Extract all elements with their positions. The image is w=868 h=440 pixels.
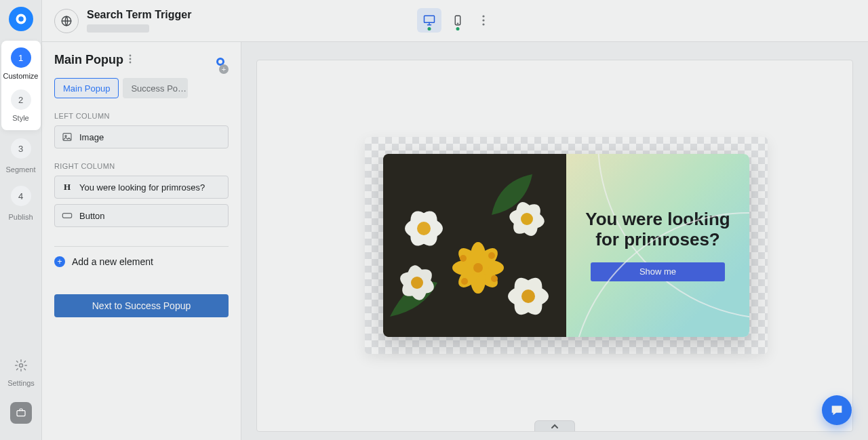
topbar-more-button[interactable]	[474, 8, 493, 33]
chat-icon	[829, 403, 844, 418]
button-icon	[62, 212, 73, 220]
element-row-button[interactable]: Button	[54, 204, 229, 227]
element-row-image[interactable]: Image	[54, 125, 229, 148]
svg-point-45	[461, 278, 468, 285]
svg-point-41	[473, 263, 483, 273]
tab-success-popup[interactable]: Success Po…	[123, 78, 188, 98]
step-1-button[interactable]: 1	[11, 47, 31, 68]
svg-point-4	[482, 19, 484, 21]
settings-label: Settings	[7, 379, 35, 387]
more-vertical-icon	[129, 54, 132, 64]
svg-rect-15	[62, 214, 71, 218]
settings-nav[interactable]: Settings	[0, 359, 42, 387]
domain-globe-button[interactable]	[54, 9, 79, 33]
workspace-button[interactable]	[10, 402, 32, 424]
svg-point-11	[130, 58, 132, 60]
popup-preview[interactable]: You were looking for primroses? Show me	[383, 154, 749, 337]
tab-main-popup[interactable]: Main Popup	[54, 78, 119, 98]
device-desktop-button[interactable]	[417, 8, 441, 33]
add-element-label: Add a new element	[72, 256, 153, 267]
svg-point-8	[20, 364, 23, 367]
popup-heading[interactable]: You were looking for primroses?	[584, 209, 732, 250]
section-right-column-label: RIGHT COLUMN	[54, 162, 229, 170]
chevron-up-icon	[551, 424, 559, 429]
element-row-label: Button	[79, 211, 105, 221]
element-row-heading[interactable]: H You were looking for primroses?	[54, 176, 229, 199]
svg-point-20	[417, 222, 431, 235]
svg-point-10	[130, 54, 132, 56]
svg-point-24	[411, 277, 423, 289]
page-subtitle-placeholder	[87, 24, 149, 33]
editor-panel: Main Popup + Main Popup Success Po… LEFT…	[42, 42, 241, 440]
svg-point-43	[488, 252, 495, 259]
canvas-area: You were looking for primroses? Show me	[241, 42, 868, 440]
element-row-label: Image	[79, 132, 104, 142]
step-3-label: Segment	[5, 165, 35, 174]
step-4-label: Publish	[8, 213, 33, 221]
popup-tabs: Main Popup Success Po…	[54, 78, 229, 98]
flowers-illustration-icon	[383, 154, 566, 337]
step-3-button[interactable]: 3	[11, 138, 31, 159]
device-mobile-button[interactable]	[446, 8, 470, 33]
panel-more-button[interactable]	[129, 54, 132, 66]
step-4-button[interactable]: 4	[11, 186, 31, 206]
section-left-column-label: LEFT COLUMN	[54, 112, 229, 120]
svg-rect-13	[63, 134, 71, 141]
panel-title: Main Popup	[54, 53, 123, 67]
logo-icon	[14, 12, 28, 26]
add-element-button[interactable]: + Add a new element	[54, 256, 229, 267]
canvas-expand-handle[interactable]	[534, 420, 575, 431]
svg-point-32	[521, 289, 535, 303]
canvas-frame: You were looking for primroses? Show me	[256, 60, 853, 432]
left-rail: 1 Customize 2 Style 3 Segment 4 Publish …	[0, 0, 42, 440]
plus-circle-icon: +	[219, 64, 229, 74]
desktop-icon	[422, 14, 436, 27]
help-chat-button[interactable]	[822, 395, 852, 425]
next-button[interactable]: Next to Success Popup	[54, 294, 229, 317]
svg-point-42	[460, 255, 467, 262]
step-2-button[interactable]: 2	[11, 89, 31, 110]
svg-point-44	[491, 275, 498, 282]
popup-content: You were looking for primroses? Show me	[566, 154, 749, 337]
svg-point-7	[18, 16, 24, 22]
svg-point-5	[482, 23, 484, 25]
svg-rect-9	[17, 411, 25, 416]
svg-point-28	[521, 213, 533, 225]
svg-rect-1	[425, 16, 435, 22]
step-1-label: Customize	[3, 72, 39, 80]
device-preview-switch	[417, 8, 493, 33]
mobile-icon	[452, 14, 464, 26]
element-row-label: You were looking for primroses?	[79, 182, 205, 193]
popup-image	[383, 154, 566, 337]
briefcase-icon	[16, 407, 26, 418]
step-card: 1 Customize 2 Style	[1, 41, 41, 130]
app-logo[interactable]	[9, 7, 33, 31]
popup-preview-board: You were looking for primroses? Show me	[365, 137, 768, 354]
status-dot-icon	[428, 27, 431, 31]
status-dot-icon	[456, 27, 460, 31]
svg-point-12	[130, 61, 132, 63]
page-title: Search Term Trigger	[87, 9, 191, 21]
heading-icon: H	[62, 182, 73, 193]
more-vertical-icon	[482, 15, 485, 26]
gear-icon	[14, 359, 28, 372]
svg-point-14	[65, 136, 66, 137]
top-bar: Search Term Trigger	[42, 0, 868, 42]
popup-cta-button[interactable]: Show me	[591, 262, 725, 281]
globe-icon	[60, 15, 73, 27]
plus-icon: +	[54, 256, 65, 267]
step-2-label: Style	[12, 114, 28, 122]
image-icon	[62, 132, 73, 142]
svg-point-3	[482, 15, 484, 17]
